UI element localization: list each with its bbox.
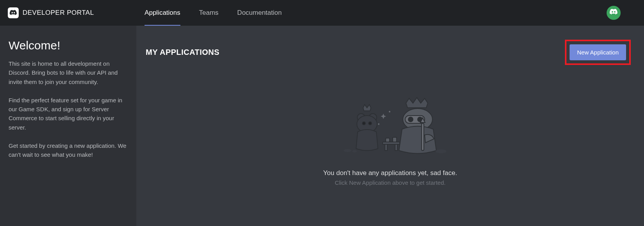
svg-rect-15	[393, 137, 397, 142]
discord-avatar-icon	[609, 8, 618, 18]
empty-state-illustration	[324, 96, 457, 158]
svg-rect-14	[386, 138, 390, 142]
svg-rect-4	[422, 123, 424, 151]
welcome-paragraph-2: Find the perfect feature set for your ga…	[9, 96, 128, 132]
welcome-paragraph-3: Get started by creating a new applicatio…	[9, 141, 128, 159]
empty-state-secondary-text: Click New Application above to get start…	[335, 179, 445, 186]
svg-point-9	[362, 122, 365, 125]
brand-logo-wrap[interactable]: DEVELOPER PORTAL	[8, 7, 94, 18]
welcome-paragraph-1: This site is home to all development on …	[9, 59, 128, 86]
main-header: MY APPLICATIONS New Application	[146, 40, 635, 65]
primary-nav: Applications Teams Documentation	[145, 0, 282, 26]
user-avatar[interactable]	[607, 6, 621, 20]
discord-logo-icon	[8, 7, 19, 18]
nav-documentation[interactable]: Documentation	[237, 0, 282, 26]
svg-point-16	[344, 149, 351, 152]
svg-point-19	[389, 111, 390, 112]
new-application-button[interactable]: New Application	[570, 44, 626, 60]
new-application-highlight: New Application	[565, 40, 631, 65]
svg-rect-13	[395, 144, 397, 151]
nav-applications[interactable]: Applications	[145, 0, 180, 26]
svg-point-2	[408, 117, 413, 122]
svg-point-18	[436, 149, 446, 153]
empty-state: You don't have any applications yet, sad…	[146, 96, 635, 186]
svg-point-17	[352, 150, 357, 152]
welcome-title: Welcome!	[9, 39, 128, 52]
sidebar: Welcome! This site is home to all develo…	[0, 26, 136, 226]
empty-state-primary-text: You don't have any applications yet, sad…	[323, 169, 457, 177]
main-content: MY APPLICATIONS New Application	[136, 26, 644, 226]
svg-rect-12	[385, 144, 387, 151]
top-bar: DEVELOPER PORTAL Applications Teams Docu…	[0, 0, 644, 26]
page-title: MY APPLICATIONS	[146, 48, 219, 57]
svg-point-20	[378, 123, 379, 125]
brand-text: DEVELOPER PORTAL	[23, 9, 94, 17]
nav-teams[interactable]: Teams	[199, 0, 219, 26]
svg-point-10	[369, 122, 372, 125]
body-wrap: Welcome! This site is home to all develo…	[0, 26, 644, 226]
